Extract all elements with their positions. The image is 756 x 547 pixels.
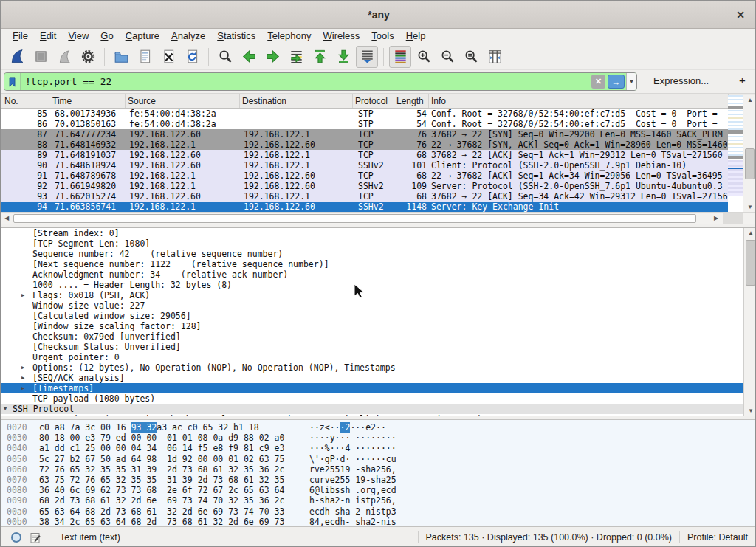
column-separator[interactable]: [125, 94, 126, 109]
menu-telephony[interactable]: Telephony: [261, 29, 317, 44]
find-packet-icon[interactable]: [214, 46, 236, 68]
scroll-down-icon[interactable]: ▼: [743, 202, 756, 212]
restart-capture-icon[interactable]: [53, 46, 75, 68]
hex-ascii[interactable]: h-sha2-n istp256,: [309, 495, 396, 506]
packet-list-minimap[interactable]: [728, 95, 743, 212]
hex-bytes[interactable]: 5c 27 b2 67 50 ad 64 98 1d 92 00 00 01 0…: [39, 454, 284, 464]
packet-list-hscrollbar[interactable]: ◀ ▶: [1, 212, 756, 224]
filter-history-dropdown-icon[interactable]: ▼: [626, 73, 636, 90]
hex-row-00b0[interactable]: 00b038 34 2c 65 63 64 68 2d 73 68 61 32 …: [1, 517, 756, 526]
hex-ascii[interactable]: \'·gP·d· ······cu: [309, 454, 396, 464]
column-header-destination[interactable]: Destination: [242, 96, 286, 106]
packet-row-93[interactable]: 9371.662015274192.168.122.60192.168.122.…: [1, 191, 756, 202]
packet-row-86[interactable]: 8670.013850163fe:54:00:d4:38:2aSTP54Conf…: [1, 119, 756, 129]
filter-clear-icon[interactable]: ✕: [591, 75, 605, 89]
hex-bytes[interactable]: 38 34 2c 65 63 64 68 2d 73 68 61 32 2d 6…: [39, 517, 284, 526]
column-header-source[interactable]: Source: [128, 96, 156, 106]
scroll-left-icon[interactable]: ◀: [1, 213, 13, 224]
filter-apply-icon[interactable]: →: [608, 75, 625, 89]
packet-row-89[interactable]: 8971.648191037192.168.122.60192.168.122.…: [1, 150, 756, 160]
column-header-time[interactable]: Time: [52, 96, 72, 106]
hscrollbar-thumb[interactable]: [13, 214, 696, 223]
capture-options-icon[interactable]: [77, 46, 99, 68]
menu-edit[interactable]: Edit: [34, 29, 62, 44]
save-file-icon[interactable]: [134, 46, 156, 68]
zoom-in-icon[interactable]: [413, 46, 435, 68]
scroll-right-icon[interactable]: ▶: [710, 213, 722, 224]
menu-help[interactable]: Help: [400, 29, 432, 44]
collapsed-arrow-icon[interactable]: ▶: [21, 383, 24, 393]
details-vscrollbar[interactable]: ▲ ▼: [743, 228, 756, 416]
menu-capture[interactable]: Capture: [120, 29, 165, 44]
hex-bytes[interactable]: 65 63 64 68 2d 73 68 61 32 2d 6e 69 73 7…: [39, 506, 284, 517]
hex-row-0050[interactable]: 00505c 27 b2 67 50 ad 64 98 1d 92 00 00 …: [1, 454, 756, 464]
hex-row-0090[interactable]: 009068 2d 73 68 61 32 2d 6e 69 73 74 70 …: [1, 495, 756, 506]
colorize-icon[interactable]: [389, 46, 411, 68]
column-header-info[interactable]: Info: [431, 96, 446, 106]
detail-line[interactable]: Urgent pointer: 0: [1, 352, 743, 362]
auto-scroll-icon[interactable]: [356, 46, 378, 68]
go-top-icon[interactable]: [309, 46, 331, 68]
detail-line[interactable]: Checksum: 0x79ed [unverified]: [1, 331, 743, 342]
menu-go[interactable]: Go: [94, 29, 119, 44]
detail-line[interactable]: ▼SSH Protocol: [1, 404, 743, 414]
hex-bytes[interactable]: 68 2d 73 68 61 32 2d 6e 69 73 74 70 32 3…: [39, 495, 284, 506]
column-separator[interactable]: [239, 94, 240, 109]
go-bottom-icon[interactable]: [332, 46, 354, 68]
column-separator[interactable]: [352, 94, 353, 109]
detail-line[interactable]: [Stream index: 0]: [1, 228, 743, 238]
hex-row-0060[interactable]: 006072 76 65 32 35 35 31 39 2d 73 68 61 …: [1, 464, 756, 475]
hex-row-0020[interactable]: 0020c0 a8 7a 3c 00 16 93 32 85 a3 ac c0 …: [1, 422, 756, 433]
zoom-out-icon[interactable]: [436, 46, 458, 68]
packet-row-91[interactable]: 9171.648789678192.168.122.1192.168.122.6…: [1, 171, 756, 181]
expanded-arrow-icon[interactable]: ▼: [4, 404, 7, 414]
reload-file-icon[interactable]: [181, 46, 203, 68]
hex-ascii[interactable]: 6@libssh .org,ecd: [309, 485, 396, 495]
detail-line[interactable]: [TCP Segment Len: 1080]: [1, 238, 743, 249]
column-separator[interactable]: [49, 94, 49, 109]
hex-bytes[interactable]: c0 a8 7a 3c 00 16 93 32 85 a3 ac c0 65 3…: [39, 422, 259, 433]
packet-row-85[interactable]: 8568.001734936fe:54:00:d4:38:2aSTP54Conf…: [1, 109, 756, 119]
resize-columns-icon[interactable]: [484, 46, 506, 68]
expert-info-icon[interactable]: [11, 532, 21, 543]
hex-row-00a0[interactable]: 00a065 63 64 68 2d 73 68 61 32 2d 6e 69 …: [1, 506, 756, 517]
detail-line[interactable]: [Next sequence number: 1122 (relative se…: [1, 259, 743, 269]
detail-line[interactable]: ▶Options: (12 bytes), No-Operation (NOP)…: [1, 362, 743, 373]
hex-ascii[interactable]: ···%···4 ········: [309, 443, 396, 453]
hex-bytes[interactable]: 63 75 72 76 65 32 35 35 31 39 2d 73 68 6…: [39, 475, 284, 485]
detail-line[interactable]: [Checksum Status: Unverified]: [1, 342, 743, 352]
hex-ascii[interactable]: ecdh-sha 2-nistp3: [309, 506, 396, 517]
column-header-no[interactable]: No.: [4, 96, 18, 106]
hex-ascii[interactable]: ····y··· ········: [309, 433, 396, 443]
detail-line[interactable]: Acknowledgment number: 34 (relative ack …: [1, 269, 743, 280]
go-forward-icon[interactable]: [261, 46, 284, 68]
collapsed-arrow-icon[interactable]: ▶: [21, 290, 24, 300]
detail-line[interactable]: Window size value: 227: [1, 300, 743, 311]
scrollbar-thumb[interactable]: [746, 240, 755, 286]
packet-row-90[interactable]: 9071.648618924192.168.122.60192.168.122.…: [1, 160, 756, 171]
menu-statistics[interactable]: Statistics: [211, 29, 261, 44]
scrollbar-thumb[interactable]: [745, 148, 755, 179]
column-header-protocol[interactable]: Protocol: [355, 96, 388, 106]
capture-comment-icon[interactable]: [30, 532, 41, 543]
close-window-button[interactable]: ✕: [733, 7, 748, 22]
packet-row-92[interactable]: 9271.661949820192.168.122.1192.168.122.6…: [1, 181, 756, 191]
status-profile[interactable]: Profile: Default: [687, 532, 748, 543]
detail-line[interactable]: [Window size scaling factor: 128]: [1, 321, 743, 331]
detail-line[interactable]: TCP payload (1080 bytes): [1, 393, 743, 404]
open-file-icon[interactable]: [110, 46, 132, 68]
collapsed-arrow-icon[interactable]: ▶: [21, 362, 24, 373]
hex-row-0040[interactable]: 0040a1 dd c1 25 00 00 04 34 06 14 f5 e8 …: [1, 443, 756, 453]
packet-row-87[interactable]: 8771.647777234192.168.122.60192.168.122.…: [1, 129, 756, 140]
close-file-icon[interactable]: [157, 46, 179, 68]
hex-bytes[interactable]: 80 18 00 e3 79 ed 00 00 01 01 08 0a d9 8…: [39, 433, 284, 443]
detail-line[interactable]: ▶[SEQ/ACK analysis]: [1, 373, 743, 383]
filter-bookmark-icon[interactable]: [4, 73, 21, 90]
hex-bytes[interactable]: 72 76 65 32 35 35 31 39 2d 73 68 61 32 3…: [39, 464, 284, 475]
menu-file[interactable]: File: [7, 29, 34, 44]
detail-line[interactable]: Sequence number: 42 (relative sequence n…: [1, 249, 743, 259]
zoom-reset-icon[interactable]: [460, 46, 482, 68]
column-separator[interactable]: [428, 94, 429, 109]
hex-row-0070[interactable]: 007063 75 72 76 65 32 35 35 31 39 2d 73 …: [1, 475, 756, 485]
hex-ascii[interactable]: ··z<···2 ····e2··: [309, 422, 386, 433]
